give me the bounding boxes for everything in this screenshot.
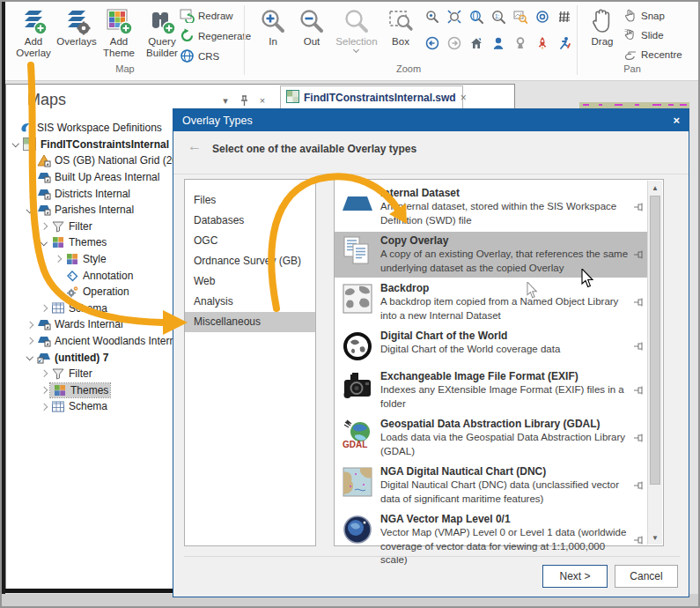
add-theme-icon (105, 6, 133, 36)
snap-hand-icon (623, 8, 637, 24)
zoom-extents-icon[interactable] (446, 9, 462, 25)
pin-icon[interactable] (634, 478, 645, 493)
zoom-selection-button[interactable]: Selection (333, 4, 380, 60)
zoom-in-icon (260, 6, 286, 36)
style-grid-icon (64, 252, 79, 266)
zoom-box-button[interactable]: Box (382, 4, 419, 60)
chevron-right-icon[interactable] (52, 253, 64, 265)
keyhole-icon[interactable] (512, 35, 528, 51)
chevron-right-icon[interactable] (24, 318, 36, 330)
redraw-button[interactable]: Redraw (180, 7, 233, 25)
pin-icon[interactable] (634, 338, 645, 354)
pan-snap-button[interactable]: Snap (623, 7, 665, 25)
chevron-right-icon[interactable] (38, 302, 50, 315)
pan-recentre-button[interactable]: Recentre (623, 46, 682, 63)
sis-logo-icon (18, 121, 33, 135)
overlay-type-backdrop[interactable]: BackdropA backdrop item copied from a Na… (335, 279, 648, 325)
overlay-type-digital-chart-of-the-world[interactable]: Digital Chart of the WorldDigital Chart … (335, 327, 648, 366)
chevron-right-icon[interactable] (24, 188, 36, 200)
category-databases[interactable]: Databases (185, 211, 315, 231)
tab-title: FindITConstraintsInternal.swd (304, 92, 456, 104)
chevron-right-icon[interactable] (38, 220, 50, 233)
query-builder-button[interactable]: Query Builder (139, 4, 185, 60)
themes-grid-icon (52, 383, 67, 397)
scrollbar-thumb[interactable] (650, 196, 660, 485)
home-view-icon[interactable] (468, 35, 484, 51)
scrollbar[interactable]: ▲ ▼ (647, 181, 662, 545)
next-button[interactable]: Next > (542, 565, 608, 588)
zoom-image-icon[interactable] (512, 9, 528, 25)
regenerate-button[interactable]: Regenerate (180, 27, 251, 45)
category-ordnance-survey-gb[interactable]: Ordnance Survey (GB) (185, 251, 315, 271)
pin-icon[interactable] (634, 294, 645, 310)
overlay-type-gdal[interactable]: GDAL Geospatial Data Abstraction Library… (335, 415, 648, 461)
pan-drag-button[interactable]: Drag (585, 4, 620, 60)
position-marker-icon[interactable] (490, 35, 506, 51)
overlays-button[interactable]: Overlays (55, 4, 99, 60)
camera-icon (338, 370, 377, 404)
chevron-spacer (52, 285, 64, 298)
panel-close-icon[interactable]: × (255, 95, 269, 106)
overlay-type-copy-overlay[interactable]: Copy OverlayA copy of an existing Overla… (335, 232, 648, 278)
zoom-grid-icon[interactable] (556, 9, 572, 25)
category-list: Files Databases OGC Ordnance Survey (GB)… (184, 179, 316, 546)
zoom-scale-icon[interactable]: 1: (490, 9, 506, 25)
zoom-target-icon[interactable] (534, 9, 550, 25)
overlay-type-dnc[interactable]: NGA Digital Nautical Chart (DNC)Digital … (335, 463, 648, 508)
overlay-icon (36, 203, 51, 217)
add-theme-button[interactable]: Add Theme (99, 4, 139, 60)
redraw-icon (180, 8, 195, 25)
runner-icon[interactable] (556, 35, 572, 51)
scroll-up-icon[interactable]: ▲ (648, 181, 662, 195)
zoom-out-icon (298, 6, 325, 36)
chevron-right-icon[interactable] (24, 171, 36, 183)
chevron-down-icon[interactable] (38, 236, 50, 248)
group-separator (577, 5, 578, 75)
view-back-icon[interactable] (424, 35, 440, 51)
overlay-icon (36, 187, 51, 201)
overlay-type-vmap[interactable]: NGA Vector Map Level 0/1Vector Map (VMAP… (335, 510, 648, 570)
add-overlay-button[interactable]: Add Overlay (12, 4, 55, 60)
pan-group-label: Pan (597, 63, 667, 74)
view-forward-icon[interactable] (446, 35, 462, 51)
overlay-type-internal-dataset[interactable]: Internal DatasetAn internal dataset, sto… (335, 184, 648, 230)
overlay-type-exif[interactable]: Exchangeable Image File Format (EXIF)Ind… (335, 367, 648, 413)
dialog-titlebar[interactable]: Overlay Types × (173, 109, 689, 131)
category-web[interactable]: Web (185, 271, 315, 292)
app-window: Add Overlay Overlays Add Theme Query Bui… (0, 0, 700, 608)
chevron-right-icon[interactable] (24, 154, 36, 167)
chevron-right-icon[interactable] (38, 384, 50, 397)
chevron-right-icon[interactable] (38, 400, 50, 412)
panel-dropdown-icon[interactable]: ▾ (218, 95, 232, 107)
category-ogc[interactable]: OGC (185, 231, 315, 251)
rocket-icon[interactable] (534, 35, 550, 51)
zoom-pan-icon[interactable] (424, 9, 440, 25)
pin-icon[interactable] (634, 382, 645, 398)
pin-icon[interactable] (634, 430, 645, 446)
chevron-down-icon[interactable] (10, 138, 22, 151)
filter-funnel-icon (50, 219, 65, 234)
chevron-right-icon[interactable] (38, 367, 50, 380)
pin-icon[interactable] (634, 199, 645, 215)
pan-slide-button[interactable]: Slide (623, 26, 664, 44)
category-files[interactable]: Files (185, 190, 315, 211)
document-tab[interactable]: FindITConstraintsInternal.swd × (280, 85, 463, 109)
panel-pin-icon[interactable] (237, 95, 251, 108)
zoom-in-button[interactable]: In (255, 4, 291, 60)
category-analysis[interactable]: Analysis (185, 292, 315, 312)
category-miscellaneous[interactable]: Miscellaneous (185, 312, 315, 332)
chevron-down-icon[interactable] (24, 204, 36, 216)
dialog-close-icon[interactable]: × (673, 114, 680, 127)
scroll-down-icon[interactable]: ▼ (648, 530, 662, 545)
pin-icon[interactable] (634, 532, 645, 548)
back-arrow-icon[interactable]: ← (188, 138, 202, 154)
chevron-down-icon[interactable] (24, 352, 36, 364)
cancel-button[interactable]: Cancel (615, 565, 678, 588)
chevron-right-icon[interactable] (24, 335, 36, 347)
zoom-out-button[interactable]: Out (292, 4, 331, 60)
pin-icon[interactable] (634, 247, 645, 263)
zoom-world-icon[interactable] (468, 9, 484, 25)
group-separator (244, 5, 245, 75)
crs-button[interactable]: CRS (180, 48, 219, 65)
tab-close-icon[interactable]: × (461, 92, 467, 104)
